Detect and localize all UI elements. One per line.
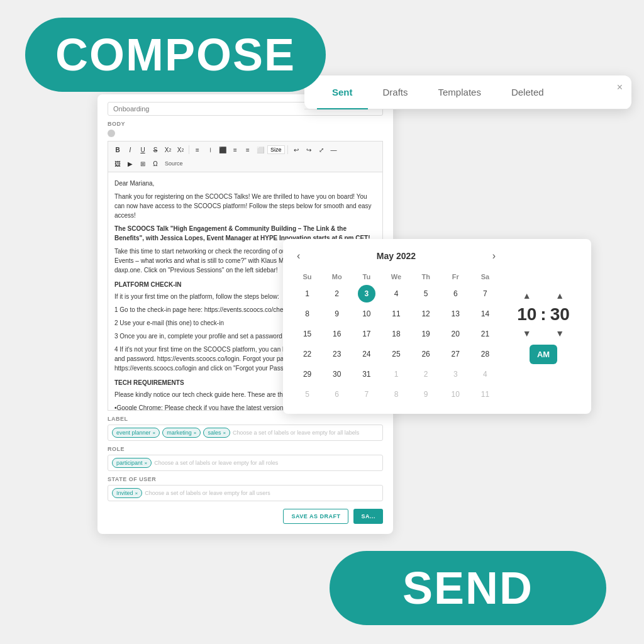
cal-day-29[interactable]: 29 [299, 365, 316, 383]
underline-button[interactable]: U [137, 144, 148, 155]
cal-day-23[interactable]: 23 [328, 345, 346, 363]
cal-day-9[interactable]: 9 [328, 305, 346, 323]
cal-day-7[interactable]: 7 [476, 285, 494, 303]
time-display: ▲ 10 ▼ : ▲ 30 ▼ [517, 289, 570, 340]
align-left-button[interactable]: ⬛ [217, 144, 228, 155]
cal-day-3-today[interactable]: 3 [358, 285, 375, 303]
undo-button[interactable]: ↩ [291, 144, 302, 155]
cal-day-4[interactable]: 4 [387, 285, 405, 303]
cal-day-5[interactable]: 5 [417, 285, 435, 303]
cal-day-6[interactable]: 6 [447, 285, 464, 303]
expand-button[interactable]: ⤢ [316, 144, 327, 155]
align-right-button[interactable]: ≡ [242, 144, 253, 155]
cal-day-next-7[interactable]: 7 [358, 386, 375, 403]
remove-sales-icon[interactable]: × [223, 430, 226, 436]
cal-day-28[interactable]: 28 [476, 345, 494, 363]
tab-drafts[interactable]: Drafts [368, 75, 423, 109]
role-tags-placeholder: Choose a set of labels or leave empty fo… [154, 460, 278, 466]
send-small-button[interactable]: SA... [353, 509, 383, 524]
cal-day-12[interactable]: 12 [417, 305, 435, 323]
cal-day-next-5[interactable]: 5 [299, 386, 316, 403]
minute-up-button[interactable]: ▲ [554, 289, 565, 302]
indent-button[interactable]: ⬜ [255, 144, 266, 155]
send-button[interactable]: SEND [330, 551, 606, 625]
hour-value: 10 [517, 304, 536, 325]
label-tags-area[interactable]: event planner × marketing × sales × Choo… [108, 425, 383, 441]
font-size-selector[interactable]: Size [267, 145, 285, 154]
cal-day-next-3[interactable]: 3 [447, 365, 464, 383]
state-tags-area[interactable]: Invited × Choose a set of labels or leav… [108, 485, 383, 501]
remove-invited-icon[interactable]: × [135, 491, 138, 496]
cal-day-next-9[interactable]: 9 [417, 386, 435, 403]
insert-button[interactable]: — [328, 144, 340, 155]
tag-marketing[interactable]: marketing × [162, 428, 201, 438]
list-ol-button[interactable]: ≡ [192, 144, 203, 155]
tab-deleted[interactable]: Deleted [496, 75, 559, 109]
source-button[interactable]: Source [165, 160, 183, 167]
remove-participant-icon[interactable]: × [145, 460, 148, 466]
cal-day-10[interactable]: 10 [358, 305, 375, 323]
cal-day-24[interactable]: 24 [358, 345, 375, 363]
cal-day-25[interactable]: 25 [387, 345, 405, 363]
cal-day-17[interactable]: 17 [358, 325, 375, 343]
cal-day-8[interactable]: 8 [299, 305, 316, 323]
tag-participant[interactable]: participant × [112, 458, 152, 468]
cal-day-11[interactable]: 11 [387, 305, 405, 323]
cal-day-21[interactable]: 21 [476, 325, 494, 343]
tab-sent[interactable]: Sent [317, 75, 368, 109]
save-draft-button[interactable]: SAVE AS DRAFT [283, 509, 348, 524]
cal-day-13[interactable]: 13 [447, 305, 464, 323]
ampm-toggle-button[interactable]: AM [530, 345, 557, 364]
media-button[interactable]: ▶ [125, 158, 136, 169]
prev-month-button[interactable]: ‹ [293, 249, 304, 263]
cal-day-30[interactable]: 30 [328, 365, 346, 383]
cal-day-15[interactable]: 15 [299, 325, 316, 343]
role-tags-area[interactable]: participant × Choose a set of labels or … [108, 455, 383, 471]
cal-day-next-11[interactable]: 11 [476, 386, 494, 403]
close-button[interactable]: × [617, 82, 623, 93]
cal-day-16[interactable]: 16 [328, 325, 346, 343]
hour-up-button[interactable]: ▲ [521, 289, 533, 302]
cal-day-2[interactable]: 2 [328, 285, 346, 303]
cal-day-19[interactable]: 19 [417, 325, 435, 343]
align-center-button[interactable]: ≡ [230, 144, 241, 155]
next-month-button[interactable]: › [489, 249, 499, 263]
cal-day-next-8[interactable]: 8 [387, 386, 405, 403]
cal-day-18[interactable]: 18 [387, 325, 405, 343]
cal-day-next-6[interactable]: 6 [328, 386, 346, 403]
tab-templates[interactable]: Templates [423, 75, 496, 109]
cal-day-next-1[interactable]: 1 [387, 365, 405, 383]
minute-down-button[interactable]: ▼ [554, 327, 565, 340]
form-actions: SAVE AS DRAFT SA... [108, 509, 383, 524]
table-button[interactable]: ⊞ [137, 158, 148, 169]
cal-day-27[interactable]: 27 [447, 345, 464, 363]
calendar-widget: ‹ May 2022 › Su Mo Tu We Th Fr Sa 1 2 3 … [283, 239, 591, 414]
cal-day-next-2[interactable]: 2 [417, 365, 435, 383]
tag-event-planner[interactable]: event planner × [112, 428, 160, 438]
bold-button[interactable]: B [112, 144, 123, 155]
special-char-button[interactable]: Ω [150, 158, 161, 169]
compose-button[interactable]: COMPOSE [25, 18, 326, 92]
cal-day-14[interactable]: 14 [476, 305, 494, 323]
tag-sales[interactable]: sales × [203, 428, 230, 438]
cal-day-next-10[interactable]: 10 [447, 386, 464, 403]
subscript-button[interactable]: X2 [175, 144, 186, 155]
tag-invited[interactable]: Invited × [112, 488, 142, 498]
cal-day-26[interactable]: 26 [417, 345, 435, 363]
redo-button[interactable]: ↪ [303, 144, 314, 155]
cal-day-next-4[interactable]: 4 [476, 365, 494, 383]
superscript-button[interactable]: X2 [162, 144, 174, 155]
image-button[interactable]: 🖼 [112, 158, 123, 169]
day-header-th: Th [412, 270, 440, 283]
cal-day-31[interactable]: 31 [358, 365, 375, 383]
list-ul-button[interactable]: ⁞ [204, 144, 216, 155]
remove-marketing-icon[interactable]: × [194, 430, 197, 436]
cal-day-20[interactable]: 20 [447, 325, 464, 343]
state-section-title: STATE OF USER [108, 476, 383, 482]
remove-event-planner-icon[interactable]: × [153, 430, 156, 436]
italic-button[interactable]: I [125, 144, 136, 155]
cal-day-22[interactable]: 22 [299, 345, 316, 363]
cal-day-1[interactable]: 1 [299, 285, 316, 303]
hour-down-button[interactable]: ▼ [521, 327, 533, 340]
strikethrough-button[interactable]: S [150, 144, 161, 155]
